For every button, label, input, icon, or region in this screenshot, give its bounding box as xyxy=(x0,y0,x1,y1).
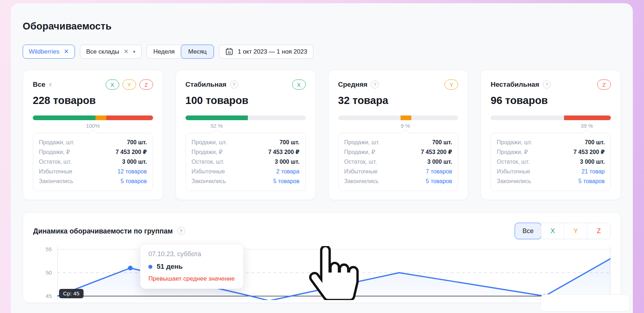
card-all: Все ‹ X Y Z 228 товаров 100% Продажи, шт… xyxy=(23,70,163,200)
stat-label: Продажи, шт. xyxy=(39,139,75,146)
products-count: 100 товаров xyxy=(185,95,306,106)
stat-label: Продажи, ₽ xyxy=(39,149,70,155)
out-of-stock-link[interactable]: 5 товаров xyxy=(121,178,147,185)
y-tick-55: 55 xyxy=(46,246,52,253)
chart-tooltip: 07.10.23, суббота 51 день Превышает сред… xyxy=(140,244,243,289)
distribution-bar xyxy=(185,115,306,120)
date-range-picker[interactable]: 31 1 окт 2023 — 1 ноя 2023 xyxy=(219,45,313,59)
y-tick-45: 45 xyxy=(46,293,52,299)
card-stable: Стабильная ? X 100 товаров 52 % Продажи,… xyxy=(175,70,316,200)
stat-value: 7 453 200 ₽ xyxy=(573,149,605,155)
stat-label: Закончились xyxy=(497,178,531,185)
stats-table: Продажи, шт.700 шт. Продажи, ₽7 453 200 … xyxy=(338,133,459,191)
summary-cards: Все ‹ X Y Z 228 товаров 100% Продажи, шт… xyxy=(23,70,621,200)
percent-label: 52 % xyxy=(210,123,223,129)
out-of-stock-link[interactable]: 5 товаров xyxy=(426,178,452,185)
stat-label: Закончились xyxy=(39,178,73,185)
chart-title: Динамика оборачиваемости по группам xyxy=(33,227,173,235)
group-badge-z[interactable]: Z xyxy=(597,80,611,90)
stat-value: 3 000 шт. xyxy=(428,159,452,165)
percent-label: 9 % xyxy=(401,123,410,129)
card-title: Нестабильная xyxy=(491,81,539,89)
main-panel: Оборачиваемость Wildberries ✕ Все склады… xyxy=(11,3,633,313)
distribution-bar xyxy=(491,115,611,120)
stat-label: Продажи, ₽ xyxy=(344,149,375,155)
stat-label: Продажи, шт. xyxy=(344,139,380,146)
line-chart: 55 50 45 xyxy=(33,246,611,300)
stat-value: 700 шт. xyxy=(585,139,605,146)
distribution-bar xyxy=(33,115,153,120)
help-icon[interactable]: ? xyxy=(371,81,379,89)
y-axis-labels: 55 50 45 xyxy=(33,246,57,300)
card-title: Все xyxy=(33,81,45,89)
bar-segment xyxy=(106,115,153,120)
percent-label: 39 % xyxy=(581,123,593,129)
card-medium: Средняя ? Y 32 товара 9 % Продажи, шт.70… xyxy=(328,70,469,200)
group-badge-z[interactable]: Z xyxy=(139,80,153,90)
group-filter-toggle: Все X Y Z xyxy=(515,223,611,239)
close-icon[interactable]: ✕ xyxy=(124,49,129,55)
group-badge-x[interactable]: X xyxy=(106,80,119,90)
group-all-button[interactable]: Все xyxy=(515,223,541,239)
distribution-bar xyxy=(338,115,459,120)
card-title: Стабильная xyxy=(185,81,227,89)
stat-label: Продажи, ₽ xyxy=(192,149,223,155)
tooltip-warning: Превышает среднее значение xyxy=(148,275,235,282)
help-icon[interactable]: ? xyxy=(177,227,185,235)
stats-table: Продажи, шт.700 шт. Продажи, ₽7 453 200 … xyxy=(185,133,306,191)
warehouse-filter-chip[interactable]: Все склады ✕ ▾ xyxy=(80,45,141,59)
group-z-button[interactable]: Z xyxy=(587,223,610,239)
bar-segment xyxy=(95,115,106,120)
stat-value: 7 453 200 ₽ xyxy=(116,149,147,155)
tooltip-value: 51 день xyxy=(157,263,183,271)
warehouse-filter-label: Все склады xyxy=(86,48,119,55)
help-icon[interactable]: ? xyxy=(230,81,238,89)
close-icon[interactable]: ✕ xyxy=(64,49,69,55)
average-badge: Ср: 45 xyxy=(59,289,84,298)
group-y-button[interactable]: Y xyxy=(564,223,587,239)
stat-label: Продажи, шт. xyxy=(192,139,227,146)
group-badge-y[interactable]: Y xyxy=(444,80,458,90)
plot-area: 07.10.23, суббота 51 день Превышает сред… xyxy=(57,246,611,300)
help-icon[interactable]: ? xyxy=(543,81,551,89)
hovered-data-point[interactable] xyxy=(128,266,133,271)
products-count: 32 товара xyxy=(338,95,459,106)
period-toggle: Неделя Месяц xyxy=(147,45,214,59)
bar-segment xyxy=(564,115,611,120)
chevron-down-icon[interactable]: ▾ xyxy=(133,49,135,54)
marketplace-filter-label: Wildberries xyxy=(29,48,59,55)
group-x-button[interactable]: X xyxy=(541,223,564,239)
products-count: 96 товаров xyxy=(491,95,611,106)
stat-label: Остаток, шт. xyxy=(39,159,72,165)
group-badge-x[interactable]: X xyxy=(292,80,306,90)
svg-text:31: 31 xyxy=(228,51,231,54)
group-badge-y[interactable]: Y xyxy=(122,80,136,90)
stat-value: 3 000 шт. xyxy=(275,159,300,165)
stat-label: Остаток, шт. xyxy=(192,159,224,165)
y-tick-50: 50 xyxy=(46,269,52,276)
card-title: Средняя xyxy=(338,81,368,89)
excess-products-link[interactable]: 21 товар xyxy=(582,168,605,175)
excess-products-link[interactable]: 12 товаров xyxy=(117,168,147,175)
marketplace-filter-chip[interactable]: Wildberries ✕ xyxy=(23,45,75,59)
chevron-left-icon[interactable]: ‹ xyxy=(49,80,52,89)
date-range-label: 1 окт 2023 — 1 ноя 2023 xyxy=(238,48,307,55)
tooltip-date: 07.10.23, суббота xyxy=(148,250,235,258)
stat-label: Закончились xyxy=(344,178,379,185)
stat-value: 700 шт. xyxy=(127,139,147,146)
stat-label: Продажи, ₽ xyxy=(497,149,528,155)
calendar-icon: 31 xyxy=(225,47,233,56)
excess-products-link[interactable]: 2 товара xyxy=(276,168,299,175)
bar-segment xyxy=(401,115,411,120)
period-month-button[interactable]: Месяц xyxy=(181,45,214,59)
period-week-button[interactable]: Неделя xyxy=(147,45,181,58)
bar-segment xyxy=(185,115,248,120)
products-count: 228 товаров xyxy=(33,95,153,106)
dynamics-chart-card: Динамика оборачиваемости по группам ? Вс… xyxy=(23,212,621,303)
excess-products-link[interactable]: 7 товаров xyxy=(426,168,452,175)
page-title: Оборачиваемость xyxy=(23,21,621,32)
out-of-stock-link[interactable]: 5 товаров xyxy=(273,178,300,185)
stat-label: Избыточные xyxy=(497,168,530,175)
out-of-stock-link[interactable]: 5 товаров xyxy=(578,178,605,185)
partial-tooltip-box xyxy=(541,294,630,312)
